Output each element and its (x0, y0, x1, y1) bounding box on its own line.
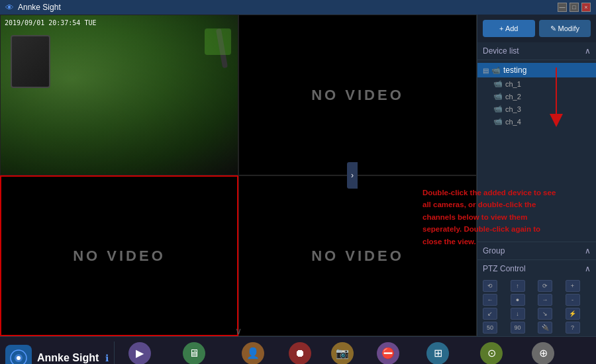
toolbar-btn-device-management[interactable]: 🖥 Device Management (162, 340, 225, 364)
no-video-label-top-right: NO VIDEO (311, 87, 404, 104)
channel-item-ch4[interactable]: 📹 ch_4 (477, 115, 596, 128)
user-parameter-icon: 👤 (242, 342, 264, 364)
toolbar-divider-1 (114, 341, 115, 365)
channel-name-ch3: ch_3 (505, 105, 521, 113)
camera-timestamp: 2019/09/01 20:37:54 TUE (5, 19, 96, 26)
more-function-icon: ⊕ (532, 342, 554, 364)
camera-icon-ch1: 📹 (493, 79, 503, 88)
video-cell-top-right[interactable]: NO VIDEO (238, 15, 477, 175)
camera-icon-ch4: 📹 (493, 117, 503, 126)
app-info-icon: ℹ (105, 353, 109, 363)
channel-name-ch4: ch_4 (505, 118, 521, 126)
ptz-section: PTZ Control ∧ (477, 259, 596, 277)
ptz-mini-controls: ⟲ ↑ ⟳ + ← ● → - ↙ ↓ ↘ ⚡ 50 90 🔌 ? (477, 277, 596, 336)
ptz-btn-9[interactable]: ↙ (483, 308, 497, 320)
device-list-collapse-icon[interactable]: ∧ (585, 46, 591, 56)
video-cell-top-left[interactable]: 2019/09/01 20:37:54 TUE (0, 15, 238, 175)
video-cell-bottom-left[interactable]: NO VIDEO (0, 175, 238, 336)
add-button[interactable]: + Add (483, 20, 535, 37)
ptz-btn-4[interactable]: + (566, 280, 580, 292)
ptz-btn-3[interactable]: ⟳ (538, 280, 552, 292)
ptz-btn-14[interactable]: 90 (511, 322, 525, 334)
ptz-btn-7[interactable]: → (538, 294, 552, 306)
camera-device-visual (11, 35, 50, 88)
ptz-collapse-icon[interactable]: ∧ (585, 264, 591, 273)
device-item-testing[interactable]: ▤ 📹 testing (477, 63, 596, 77)
ptz-btn-15[interactable]: 🔌 (538, 322, 552, 334)
channel-item-ch1[interactable]: 📹 ch_1 (477, 77, 596, 90)
toolbar-btn-playback[interactable]: ▶ Playback (120, 340, 160, 364)
title-bar-left: 👁 Annke Sight (5, 3, 61, 13)
modify-button[interactable]: ✎ Modify (539, 20, 591, 37)
camera-feed (1, 15, 238, 175)
ptz-btn-11[interactable]: ↘ (538, 308, 552, 320)
maximize-button[interactable]: □ (570, 3, 579, 12)
device-icon-testing: 📹 (491, 66, 501, 75)
title-bar-controls: — □ × (558, 3, 591, 12)
toolbar-btn-record[interactable]: ⏺ Record (280, 340, 320, 364)
no-video-label-bottom-left: NO VIDEO (73, 248, 166, 265)
ptz-btn-13[interactable]: 50 (483, 322, 497, 334)
video-area: 2019/09/01 20:37:54 TUE NO VIDEO NO VIDE… (0, 15, 477, 336)
group-collapse-icon[interactable]: ∧ (585, 246, 591, 255)
screen-number-icon: ⊞ (426, 342, 449, 364)
app-logo-icon (5, 345, 32, 365)
channel-item-ch3[interactable]: 📹 ch_3 (477, 103, 596, 115)
scroll-indicator: ∨ (235, 326, 242, 336)
app-title: Annke Sight (18, 3, 61, 12)
device-list-label: Device list (483, 46, 519, 56)
minimize-button[interactable]: — (558, 3, 567, 12)
no-video-label-bottom-right: NO VIDEO (311, 248, 404, 265)
device-list: ▤ 📹 testing 📹 ch_1 📹 ch_2 📹 ch_3 📹 ch_4 (477, 60, 596, 242)
toolbar-btn-more-function[interactable]: ⊕ More Function (521, 340, 567, 364)
app-logo: Annke Sight ℹ (5, 345, 109, 365)
device-list-header: Device list ∧ (477, 42, 596, 60)
panorama-mode-icon: ⊙ (480, 342, 503, 364)
ptz-btn-10[interactable]: ↓ (511, 308, 525, 320)
ptz-btn-6[interactable]: ● (511, 294, 525, 306)
toolbar-btn-panorama-mode[interactable]: ⊙ Panorama Mode (466, 340, 518, 364)
app-name-label: Annke Sight (37, 352, 99, 364)
expand-icon-testing: ▤ (483, 67, 489, 74)
ptz-btn-16[interactable]: ? (566, 322, 580, 334)
toolbar-btn-screenshot[interactable]: 📷 Screenshot (323, 340, 362, 364)
camera-icon-ch3: 📹 (493, 105, 503, 113)
ptz-btn-8[interactable]: - (566, 294, 580, 306)
bottom-toolbar: Annke Sight ℹ ▶ Playback 🖥 Device Manage… (0, 336, 596, 364)
ptz-btn-5[interactable]: ← (483, 294, 497, 306)
device-name-testing: testing (503, 66, 526, 75)
close-button[interactable]: × (581, 3, 591, 12)
sidebar: Double-click the added device to see all… (477, 15, 596, 336)
channel-name-ch2: ch_2 (505, 93, 521, 101)
screenshot-icon: 📷 (331, 342, 354, 364)
ptz-btn-12[interactable]: ⚡ (566, 308, 580, 320)
record-icon: ⏺ (289, 342, 311, 364)
playback-icon: ▶ (128, 342, 151, 364)
group-label: Group (483, 246, 505, 255)
device-management-icon: 🖥 (183, 342, 205, 364)
ptz-btn-1[interactable]: ⟲ (483, 280, 497, 292)
channel-item-ch2[interactable]: 📹 ch_2 (477, 90, 596, 103)
svg-point-4 (17, 356, 21, 360)
channel-name-ch1: ch_1 (505, 80, 521, 88)
ptz-btn-2[interactable]: ↑ (511, 280, 525, 292)
main-container: 2019/09/01 20:37:54 TUE NO VIDEO NO VIDE… (0, 15, 596, 336)
title-bar: 👁 Annke Sight — □ × (0, 0, 596, 15)
toolbar-btn-screen-number[interactable]: ⊞ Screen Number (413, 340, 463, 364)
toolbar-btn-user-parameter[interactable]: 👤 User Parameter (228, 340, 278, 364)
camera-icon-ch2: 📹 (493, 92, 503, 101)
group-section: Group ∧ (477, 242, 596, 259)
ptz-label: PTZ Control (483, 264, 526, 273)
video-cell-bottom-right[interactable]: NO VIDEO (238, 175, 477, 336)
disconnect-all-icon: ⛔ (377, 342, 399, 364)
sidebar-collapse-button[interactable]: › (347, 162, 358, 189)
toolbar-btn-disconnect-all[interactable]: ⛔ Disconnect All (365, 340, 411, 364)
sidebar-top-buttons: + Add ✎ Modify (477, 15, 596, 42)
